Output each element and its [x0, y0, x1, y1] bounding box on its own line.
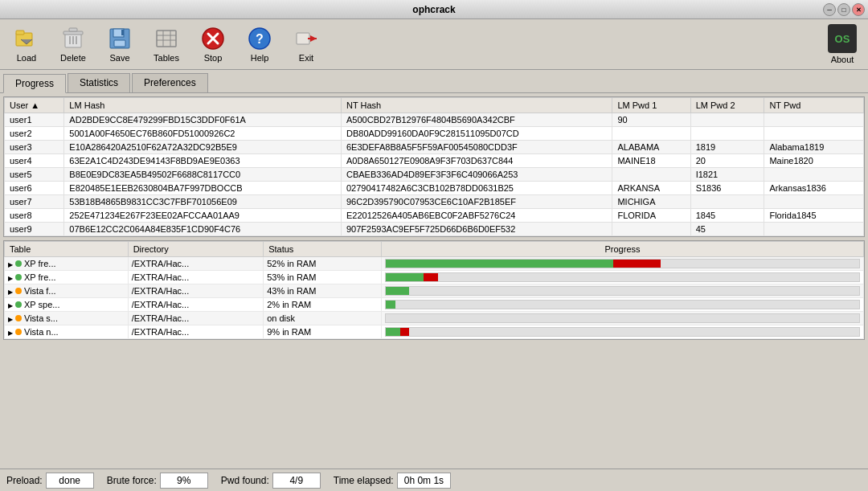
- progress-bar-green: [386, 328, 400, 336]
- progress-bar-green: [386, 273, 424, 281]
- prog-col-dir: Directory: [128, 242, 264, 257]
- pwd-found-value: 4/9: [272, 473, 321, 489]
- play-icon[interactable]: ▶: [8, 288, 13, 296]
- progress-table-container: Table Directory Status Progress ▶XP fre.…: [3, 240, 865, 340]
- progress-bar: [385, 327, 860, 337]
- col-nt-pwd: NT Pwd: [764, 98, 864, 113]
- help-button[interactable]: ? Help: [240, 24, 280, 64]
- user-table-container: User ▲ LM Hash NT Hash LM Pwd 1 LM Pwd 2…: [3, 96, 865, 237]
- svg-rect-4: [69, 28, 77, 31]
- user-table-body: user1AD2BDE9CC8E479299FBD15C3DDF0F61AA50…: [5, 113, 864, 236]
- col-user[interactable]: User ▲: [5, 98, 64, 113]
- play-icon[interactable]: ▶: [8, 329, 13, 337]
- progress-bar-red: [424, 273, 438, 281]
- progress-bar-green: [386, 301, 395, 309]
- status-dot: [15, 315, 22, 321]
- col-nt-hash: NT Hash: [342, 98, 612, 113]
- preload-value: done: [46, 473, 94, 489]
- progress-bar: [385, 300, 860, 309]
- progress-bar: [385, 313, 860, 323]
- progress-table-body: ▶XP fre.../EXTRA/Hac...52% in RAM▶XP fre…: [5, 257, 864, 339]
- play-icon[interactable]: ▶: [8, 316, 13, 323]
- about-avatar: OS: [828, 24, 857, 53]
- load-icon: [14, 26, 39, 51]
- about-button[interactable]: OS About: [823, 23, 862, 66]
- progress-bar-green: [386, 260, 613, 268]
- progress-table-row[interactable]: ▶Vista f.../EXTRA/Hac...43% in RAM: [5, 284, 864, 298]
- maximize-button[interactable]: □: [837, 3, 850, 16]
- play-icon[interactable]: ▶: [8, 275, 13, 282]
- play-icon[interactable]: ▶: [8, 261, 13, 268]
- pwd-found-label: Pwd found:: [221, 475, 269, 486]
- user-table-row[interactable]: user1AD2BDE9CC8E479299FBD15C3DDF0F61AA50…: [5, 113, 864, 127]
- user-table-row[interactable]: user8252E471234E267F23EE02AFCCAA01AA9E22…: [5, 209, 864, 223]
- user-table-row[interactable]: user463E2A1C4D243DE94143F8BD9AE9E0363A0D…: [5, 154, 864, 168]
- close-button[interactable]: ✕: [852, 3, 865, 16]
- tab-progress[interactable]: Progress: [3, 74, 66, 93]
- progress-bar-red: [400, 328, 410, 336]
- stop-button[interactable]: Stop: [193, 24, 233, 64]
- tables-button[interactable]: Tables: [146, 24, 186, 64]
- stop-icon: [200, 26, 226, 51]
- status-dot: [15, 301, 22, 308]
- load-label: Load: [17, 53, 36, 63]
- svg-rect-12: [157, 31, 176, 47]
- exit-label: Exit: [299, 53, 313, 63]
- delete-label: Delete: [60, 53, 86, 63]
- toolbar: Load Delete: [0, 19, 868, 70]
- brute-force-value: 9%: [160, 473, 208, 489]
- user-table-row[interactable]: user25001A00F4650EC76B860FD51000926C2DB8…: [5, 127, 864, 141]
- status-dot: [15, 288, 22, 294]
- user-table-row[interactable]: user907B6E12CC2C064A84E835F1CD90F4C76907…: [5, 223, 864, 236]
- progress-table-row[interactable]: ▶XP fre.../EXTRA/Hac...52% in RAM: [5, 257, 864, 271]
- progress-table-row[interactable]: ▶Vista s.../EXTRA/Hac...on disk: [5, 312, 864, 325]
- progress-table-row[interactable]: ▶XP spe.../EXTRA/Hac...2% in RAM: [5, 298, 864, 312]
- tabs: Progress Statistics Preferences: [0, 70, 868, 93]
- delete-icon: [60, 26, 86, 51]
- titlebar: ophcrack ─ □ ✕: [0, 0, 868, 19]
- status-dot: [15, 274, 22, 280]
- status-dot: [15, 260, 22, 267]
- svg-rect-10: [114, 40, 125, 47]
- progress-bar-green: [386, 287, 409, 295]
- stop-label: Stop: [204, 53, 223, 63]
- exit-icon: [293, 26, 319, 51]
- help-icon: ?: [247, 26, 272, 51]
- progress-bar: [385, 259, 860, 268]
- pwd-found-item: Pwd found: 4/9: [221, 473, 321, 489]
- play-icon[interactable]: ▶: [8, 302, 13, 309]
- about-label: About: [831, 55, 854, 64]
- exit-button[interactable]: Exit: [286, 24, 326, 64]
- load-button[interactable]: Load: [6, 24, 47, 64]
- brute-force-item: Brute force: 9%: [107, 473, 208, 489]
- user-table-row[interactable]: user5B8E0E9DC83EA5B49502F6688C8117CC0CBA…: [5, 168, 864, 182]
- user-table-row[interactable]: user753B18B4865B9831CC3C7FBF701056E0996C…: [5, 195, 864, 209]
- svg-rect-3: [63, 31, 83, 35]
- svg-text:?: ?: [256, 32, 264, 46]
- brute-force-label: Brute force:: [107, 475, 157, 486]
- window-controls: ─ □ ✕: [823, 3, 865, 16]
- svg-rect-11: [121, 30, 124, 35]
- prog-col-status: Status: [264, 242, 382, 257]
- svg-rect-22: [297, 33, 309, 44]
- tables-label: Tables: [154, 53, 179, 63]
- preload-label: Preload:: [6, 475, 43, 486]
- user-table-row[interactable]: user3E10A286420A2510F62A72A32DC92B5E96E3…: [5, 141, 864, 154]
- time-elapsed-item: Time elapsed: 0h 0m 1s: [334, 473, 451, 489]
- save-label: Save: [109, 53, 129, 63]
- help-label: Help: [251, 53, 269, 63]
- progress-table-row[interactable]: ▶Vista n.../EXTRA/Hac...9% in RAM: [5, 325, 864, 339]
- save-button[interactable]: Save: [100, 24, 140, 64]
- minimize-button[interactable]: ─: [823, 3, 836, 16]
- save-icon: [107, 26, 133, 51]
- tables-icon: [154, 26, 179, 51]
- tab-statistics[interactable]: Statistics: [68, 73, 130, 92]
- progress-table-row[interactable]: ▶XP fre.../EXTRA/Hac...53% in RAM: [5, 271, 864, 284]
- tab-preferences[interactable]: Preferences: [132, 73, 208, 92]
- col-lm-pwd2: LM Pwd 2: [690, 98, 764, 113]
- delete-button[interactable]: Delete: [53, 24, 93, 64]
- user-table-row[interactable]: user6E820485E1EEB2630804BA7F997DBOCCB027…: [5, 182, 864, 195]
- progress-bar: [385, 286, 860, 296]
- main-content: User ▲ LM Hash NT Hash LM Pwd 1 LM Pwd 2…: [0, 93, 868, 343]
- preload-item: Preload: done: [6, 473, 94, 489]
